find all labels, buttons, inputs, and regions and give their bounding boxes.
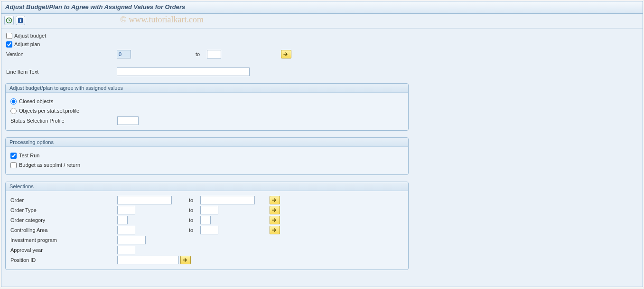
arrow-right-icon bbox=[283, 52, 289, 57]
line-item-text-label: Line Item Text bbox=[5, 69, 117, 75]
position-id-multi-select-button[interactable] bbox=[180, 256, 191, 264]
info-icon bbox=[17, 17, 24, 24]
controlling-area-from-input[interactable] bbox=[117, 226, 135, 234]
app-toolbar: © www.tutorialkart.com bbox=[1, 14, 643, 28]
order-type-to-label: to bbox=[186, 207, 200, 213]
closed-objects-label: Closed objects bbox=[19, 98, 53, 104]
watermark-text: © www.tutorialkart.com bbox=[120, 15, 204, 25]
group-processing-options: Processing options Test Run Budget as su… bbox=[5, 137, 409, 175]
version-multi-select-button[interactable] bbox=[281, 50, 291, 58]
adjust-plan-checkbox[interactable] bbox=[6, 41, 12, 48]
execute-icon bbox=[6, 17, 12, 24]
version-to-label: to bbox=[193, 51, 207, 57]
budget-supplmt-label: Budget as supplmt / return bbox=[19, 162, 80, 168]
position-id-label: Position ID bbox=[10, 257, 117, 263]
objects-per-profile-radio[interactable] bbox=[10, 108, 17, 114]
test-run-checkbox[interactable] bbox=[10, 153, 17, 159]
budget-supplmt-checkbox[interactable] bbox=[10, 162, 17, 168]
arrow-right-icon bbox=[272, 228, 278, 232]
order-category-label: Order category bbox=[10, 217, 117, 223]
arrow-right-icon bbox=[183, 258, 188, 262]
group-selections: Selections Order to Order Type bbox=[5, 182, 409, 270]
arrow-right-icon bbox=[272, 208, 278, 212]
version-from-input[interactable] bbox=[117, 50, 131, 58]
sap-window: Adjust Budget/Plan to Agree with Assigne… bbox=[1, 1, 643, 287]
order-category-to-input[interactable] bbox=[200, 216, 211, 224]
order-category-to-label: to bbox=[186, 217, 200, 223]
order-to-label: to bbox=[186, 197, 200, 203]
group-adjust-budget-plan: Adjust budget/plan to agree with assigne… bbox=[5, 83, 409, 131]
order-type-from-input[interactable] bbox=[117, 206, 135, 214]
group2-title: Processing options bbox=[6, 138, 408, 147]
controlling-area-to-input[interactable] bbox=[200, 226, 218, 234]
status-profile-input[interactable] bbox=[117, 116, 139, 125]
approval-year-input[interactable] bbox=[117, 246, 135, 254]
objects-per-profile-label: Objects per stat.sel.profile bbox=[19, 108, 79, 114]
order-type-to-input[interactable] bbox=[200, 206, 218, 214]
test-run-label: Test Run bbox=[19, 153, 39, 158]
title-bar: Adjust Budget/Plan to Agree with Assigne… bbox=[1, 1, 643, 14]
status-profile-label: Status Selection Profile bbox=[10, 118, 117, 124]
approval-year-label: Approval year bbox=[10, 247, 117, 253]
order-type-label: Order Type bbox=[10, 207, 117, 213]
version-to-input[interactable] bbox=[207, 50, 221, 58]
arrow-right-icon bbox=[272, 198, 278, 202]
position-id-input[interactable] bbox=[117, 256, 179, 264]
order-multi-select-button[interactable] bbox=[270, 196, 280, 204]
investment-program-label: Investment program bbox=[10, 237, 117, 243]
order-category-multi-select-button[interactable] bbox=[270, 216, 280, 224]
order-category-from-input[interactable] bbox=[117, 216, 128, 224]
adjust-budget-label: Adjust budget bbox=[14, 33, 46, 39]
svg-rect-5 bbox=[20, 20, 21, 22]
controlling-area-multi-select-button[interactable] bbox=[270, 226, 280, 234]
controlling-area-label: Controlling Area bbox=[10, 227, 117, 233]
adjust-budget-checkbox[interactable] bbox=[6, 33, 12, 39]
info-button[interactable] bbox=[16, 16, 25, 25]
svg-rect-4 bbox=[20, 19, 21, 20]
controlling-area-to-label: to bbox=[186, 227, 200, 233]
main-content: Adjust budget Adjust plan Version to Lin… bbox=[1, 29, 643, 273]
arrow-right-icon bbox=[272, 218, 278, 222]
execute-button[interactable] bbox=[4, 16, 14, 25]
svg-line-2 bbox=[9, 20, 10, 21]
order-label: Order bbox=[10, 197, 117, 203]
order-from-input[interactable] bbox=[117, 196, 172, 204]
order-type-multi-select-button[interactable] bbox=[270, 206, 280, 214]
investment-program-input[interactable] bbox=[117, 236, 146, 244]
version-label: Version bbox=[5, 51, 117, 57]
order-to-input[interactable] bbox=[200, 196, 255, 204]
closed-objects-radio[interactable] bbox=[10, 98, 17, 105]
line-item-text-input[interactable] bbox=[117, 67, 250, 76]
group3-title: Selections bbox=[6, 182, 408, 191]
group1-title: Adjust budget/plan to agree with assigne… bbox=[6, 84, 408, 93]
adjust-plan-label: Adjust plan bbox=[14, 41, 40, 47]
page-title: Adjust Budget/Plan to Agree with Assigne… bbox=[5, 3, 185, 10]
